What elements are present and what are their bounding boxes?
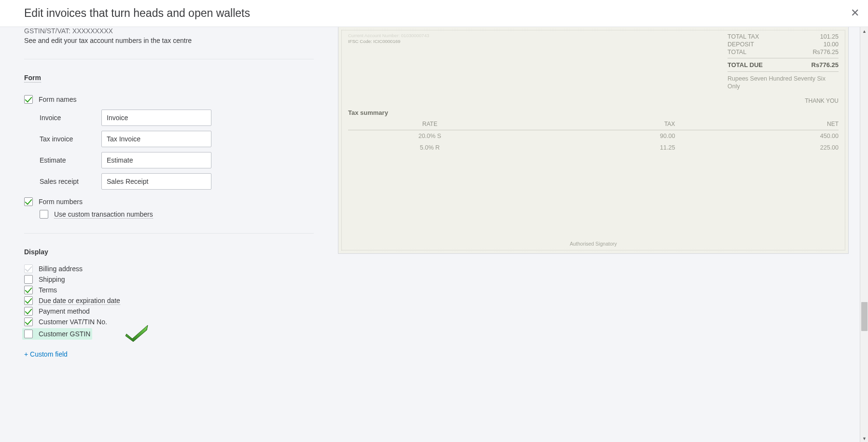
divider: [24, 233, 314, 234]
total-row: TOTAL Rs776.25: [728, 48, 839, 56]
form-names-row: Form names: [24, 95, 314, 104]
main-area: GSTIN/ST/VAT: XXXXXXXXX See and edit you…: [0, 27, 868, 442]
scroll-up-icon[interactable]: ▲: [860, 27, 868, 36]
payment-method-row: Payment method: [24, 307, 314, 316]
display-section-label: Display: [24, 248, 314, 256]
form-numbers-checkbox[interactable]: [24, 197, 33, 206]
total-due-value: Rs776.25: [812, 61, 839, 69]
billing-label: Billing address: [39, 265, 83, 273]
billing-checkbox: [24, 264, 33, 273]
gstin-checkbox[interactable]: [24, 330, 33, 338]
add-custom-field-link[interactable]: + Custom field: [24, 350, 68, 358]
tax-row: 5.0% R 11.25 225.00: [348, 142, 839, 153]
shipping-row: Shipping: [24, 275, 314, 284]
divider: [24, 59, 314, 59]
tax-invoice-row: Tax invoice: [40, 131, 314, 147]
sales-receipt-field-label: Sales receipt: [40, 178, 101, 185]
shipping-checkbox[interactable]: [24, 275, 33, 284]
tax-col-net: NET: [675, 121, 839, 127]
total-value: Rs776.25: [812, 49, 839, 55]
tax-net-cell: 450.00: [675, 133, 839, 139]
vat-tin-row: Customer VAT/TIN No.: [24, 318, 314, 326]
due-date-row: Due date or expiration date: [24, 296, 314, 305]
terms-label: Terms: [39, 286, 57, 294]
page-header: Edit invoices that turn heads and open w…: [0, 0, 868, 27]
form-numbers-row: Form numbers: [24, 197, 314, 206]
preview-bank-info: Current Account Number: 01030000743 IFSC…: [348, 33, 429, 91]
tax-rate-cell: 20.0% S: [348, 133, 512, 139]
custom-txn-checkbox[interactable]: [40, 210, 48, 219]
amount-in-words: Rupees Seven Hundred Seventy Six Only: [728, 75, 839, 91]
tax-col-rate: RATE: [348, 121, 512, 127]
tax-amount-cell: 90.00: [512, 133, 675, 139]
deposit-row: DEPOSIT 10.00: [728, 41, 839, 48]
tax-table-header: RATE TAX NET: [348, 118, 839, 130]
tax-net-cell: 225.00: [675, 144, 839, 151]
terms-row: Terms: [24, 286, 314, 294]
billing-row: Billing address: [24, 264, 314, 273]
scroll-down-icon[interactable]: ▼: [860, 434, 868, 442]
estimate-field-label: Estimate: [40, 156, 101, 164]
deposit-value: 10.00: [824, 41, 839, 48]
ifsc-line: IFSC Code: ICIC0000169: [348, 39, 429, 44]
tax-centre-hint: See and edit your tax account numbers in…: [24, 37, 314, 44]
gstin-row: Customer GSTIN: [24, 328, 314, 340]
invoice-input[interactable]: [101, 110, 211, 126]
sales-receipt-row: Sales receipt: [40, 173, 314, 190]
tax-rate-cell: 5.0% R: [348, 144, 512, 151]
total-due-label: TOTAL DUE: [728, 61, 763, 69]
total-tax-row: TOTAL TAX 101.25: [728, 33, 839, 41]
shipping-label: Shipping: [39, 276, 65, 283]
preview-totals: TOTAL TAX 101.25 DEPOSIT 10.00 TOTAL Rs7…: [728, 33, 839, 91]
page-title: Edit invoices that turn heads and open w…: [24, 7, 250, 19]
custom-txn-row: Use custom transaction numbers: [40, 210, 314, 219]
deposit-label: DEPOSIT: [728, 41, 754, 48]
preview-top-block: Current Account Number: 01030000743 IFSC…: [348, 33, 839, 91]
gstin-placeholder-text: GSTIN/ST/VAT: XXXXXXXXX: [24, 27, 314, 35]
due-date-checkbox[interactable]: [24, 296, 33, 305]
tax-summary-header: Tax summary: [348, 109, 839, 116]
gstin-label: Customer GSTIN: [39, 330, 90, 338]
estimate-row: Estimate: [40, 152, 314, 168]
thank-you-text: THANK YOU: [348, 97, 839, 104]
scrollbar[interactable]: ▲ ▼: [860, 27, 868, 442]
close-icon[interactable]: ✕: [851, 8, 859, 18]
payment-method-checkbox[interactable]: [24, 307, 33, 316]
payment-method-label: Payment method: [39, 307, 90, 315]
acct-number-line: Current Account Number: 01030000743: [348, 33, 429, 39]
tax-invoice-input[interactable]: [101, 131, 211, 147]
invoice-preview: Current Account Number: 01030000743 IFSC…: [338, 27, 849, 254]
invoice-row: Invoice: [40, 110, 314, 126]
invoice-field-label: Invoice: [40, 114, 101, 122]
form-name-fields: Invoice Tax invoice Estimate Sales recei…: [40, 110, 314, 190]
tax-row: 20.0% S 90.00 450.00: [348, 130, 839, 142]
form-names-label: Form names: [39, 96, 77, 103]
form-names-checkbox[interactable]: [24, 95, 33, 104]
custom-txn-label: Use custom transaction numbers: [54, 210, 153, 219]
vat-tin-checkbox[interactable]: [24, 318, 33, 326]
tax-col-tax: TAX: [512, 121, 675, 127]
terms-checkbox[interactable]: [24, 286, 33, 294]
due-date-label: Due date or expiration date: [39, 297, 120, 305]
settings-panel: GSTIN/ST/VAT: XXXXXXXXX See and edit you…: [0, 27, 338, 442]
sales-receipt-input[interactable]: [101, 173, 211, 190]
total-due-row: TOTAL DUE Rs776.25: [728, 58, 839, 72]
estimate-input[interactable]: [101, 152, 211, 168]
scroll-thumb[interactable]: [861, 302, 868, 331]
form-numbers-label: Form numbers: [39, 198, 83, 206]
tax-invoice-field-label: Tax invoice: [40, 135, 101, 143]
total-tax-label: TOTAL TAX: [728, 33, 759, 40]
vat-tin-label: Customer VAT/TIN No.: [39, 318, 107, 326]
preview-panel-wrapper: Current Account Number: 01030000743 IFSC…: [338, 27, 868, 442]
total-tax-value: 101.25: [820, 33, 839, 40]
form-section-label: Form: [24, 74, 41, 83]
total-label: TOTAL: [728, 49, 746, 55]
tax-amount-cell: 11.25: [512, 144, 675, 151]
authorised-signatory-text: Authorised Signatory: [338, 241, 848, 247]
annotation-check-icon: [124, 323, 151, 344]
